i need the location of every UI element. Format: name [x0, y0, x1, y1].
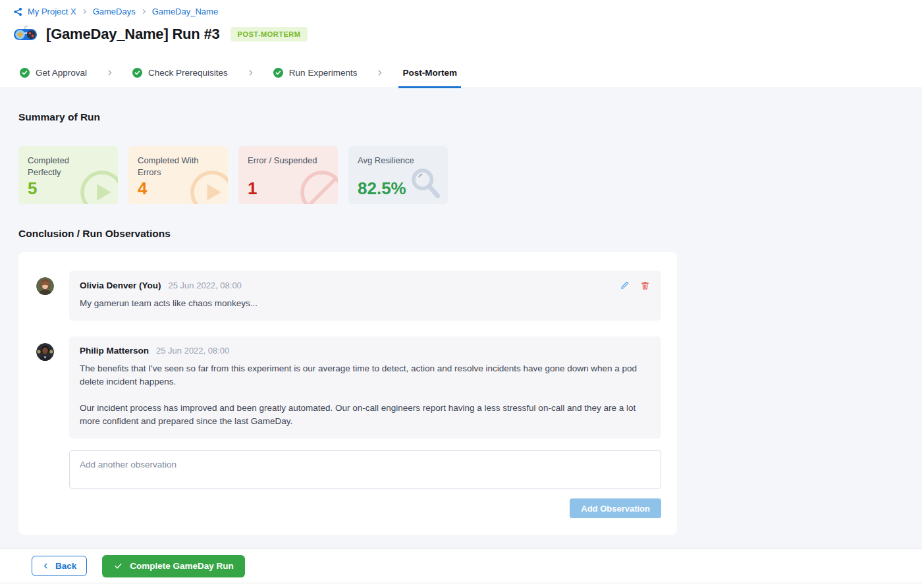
main-content: Summary of Run Completed Perfectly 5 Com…	[0, 88, 922, 548]
step-run-experiments[interactable]: Run Experiments	[273, 58, 358, 88]
ban-circle-icon	[298, 169, 338, 204]
stat-card-completed-with-errors: Completed With Errors 4	[128, 146, 228, 204]
step-post-mortem[interactable]: Post-Mortem	[402, 58, 457, 88]
observations-heading: Conclusion / Run Observations	[18, 228, 904, 240]
add-observation-input[interactable]	[69, 450, 661, 489]
comment-bubble: Philip Matterson 25 Jun 2022, 08:00 The …	[69, 336, 661, 439]
step-label: Post-Mortem	[402, 68, 457, 78]
back-button[interactable]: Back	[32, 556, 87, 576]
comment-author: Olivia Denver (You)	[80, 281, 161, 290]
chevron-right-icon	[81, 8, 88, 15]
check-circle-icon	[273, 68, 283, 78]
step-label: Check Prerequisites	[148, 68, 228, 78]
edit-comment-button[interactable]	[620, 280, 630, 290]
comment-timestamp: 25 Jun 2022, 08:00	[156, 346, 229, 356]
chevron-left-icon	[42, 562, 49, 570]
chevron-right-icon	[246, 68, 255, 77]
step-label: Run Experiments	[289, 68, 358, 78]
page-title: [GameDay_Name] Run #3	[46, 26, 220, 43]
step-get-approval[interactable]: Get Approval	[20, 58, 87, 88]
summary-heading: Summary of Run	[18, 88, 904, 123]
gamepad-icon	[13, 25, 38, 43]
avatar-philip	[36, 343, 54, 361]
breadcrumb-gameday-name[interactable]: GameDay_Name	[152, 7, 218, 16]
stat-value: 4	[138, 178, 147, 199]
comment-row: Olivia Denver (You) 25 Jun 2022, 08:00 M…	[36, 271, 661, 321]
page-header: My Project X GameDays GameDay_Name [Game…	[0, 0, 922, 58]
stat-label: Error / Suspended	[248, 155, 321, 167]
stat-value: 1	[248, 178, 257, 199]
project-share-icon	[13, 7, 23, 16]
avatar-olivia	[36, 277, 54, 295]
breadcrumb-gamedays[interactable]: GameDays	[93, 7, 136, 16]
stat-value: 5	[28, 178, 37, 199]
stat-card-avg-resilience: Avg Resilience 82.5%	[348, 146, 448, 204]
add-observation-button[interactable]: Add Observation	[570, 498, 661, 518]
footer-bar: Back Complete GameDay Run	[0, 548, 922, 583]
chevron-right-icon	[105, 68, 114, 77]
stat-card-completed-perfectly: Completed Perfectly 5	[18, 146, 118, 204]
status-badge: POST-MORTERM	[230, 27, 308, 41]
checkmark-icon	[113, 562, 123, 570]
stat-value: 82.5%	[358, 178, 406, 199]
comment-text: My gamerun team acts like chaos monkeys.…	[80, 297, 651, 310]
observations-card: Olivia Denver (You) 25 Jun 2022, 08:00 M…	[18, 252, 677, 535]
delete-comment-button[interactable]	[640, 280, 651, 290]
comment-bubble: Olivia Denver (You) 25 Jun 2022, 08:00 M…	[69, 271, 661, 321]
breadcrumb-project[interactable]: My Project X	[28, 7, 76, 16]
summary-cards: Completed Perfectly 5 Completed With Err…	[18, 146, 904, 204]
chevron-right-icon	[375, 68, 384, 77]
check-circle-icon	[20, 68, 30, 78]
step-check-prerequisites[interactable]: Check Prerequisites	[132, 58, 228, 88]
complete-gameday-run-button[interactable]: Complete GameDay Run	[102, 555, 245, 577]
breadcrumb: My Project X GameDays GameDay_Name	[13, 7, 909, 16]
play-circle-icon	[78, 169, 118, 204]
magnifier-icon	[408, 166, 443, 200]
play-circle-icon	[188, 169, 228, 204]
stat-label: Avg Resilience	[358, 155, 431, 167]
chevron-right-icon	[140, 8, 148, 15]
step-label: Get Approval	[36, 68, 87, 78]
comment-text: The benefits that I've seen so far from …	[80, 362, 651, 428]
run-stepper: Get Approval Check Prerequisites Run Exp…	[0, 58, 922, 88]
comment-author: Philip Matterson	[80, 346, 149, 356]
check-circle-icon	[132, 68, 142, 78]
stat-card-error-suspended: Error / Suspended 1	[238, 146, 338, 204]
comment-timestamp: 25 Jun 2022, 08:00	[169, 281, 242, 290]
comment-row: Philip Matterson 25 Jun 2022, 08:00 The …	[36, 336, 661, 439]
